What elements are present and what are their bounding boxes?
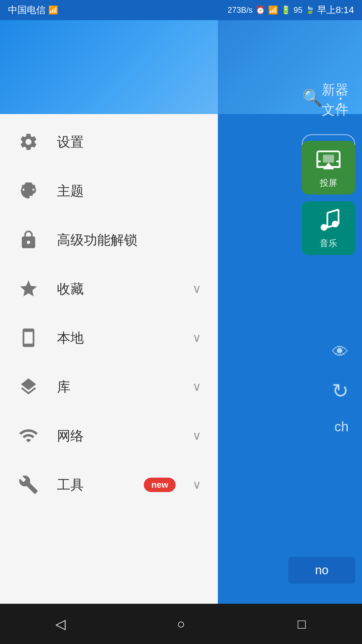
bg-blue-button[interactable]: no: [288, 557, 355, 584]
bg-icon-touping[interactable]: 投屏: [302, 141, 355, 195]
network-icon: [17, 424, 40, 447]
menu-item-tools[interactable]: 工具 new ∨: [0, 460, 218, 509]
carrier-name: 中国电信: [8, 4, 46, 16]
search-icon[interactable]: 🔍: [302, 89, 322, 107]
local-label: 本地: [57, 329, 176, 347]
navigation-bar: ◁ ○ □: [0, 604, 362, 644]
menu-item-theme[interactable]: 主题: [0, 166, 218, 215]
favorites-label: 收藏: [57, 280, 176, 298]
menu-item-network[interactable]: 网络 ∨: [0, 411, 218, 460]
time-display: 早上8:14: [317, 4, 354, 16]
eye-icon[interactable]: 👁: [332, 342, 349, 362]
status-left: 中国电信 📶: [8, 4, 58, 16]
phone-icon: [17, 326, 40, 350]
bg-icon-music[interactable]: 音乐: [302, 201, 355, 255]
tools-chevron: ∨: [192, 478, 201, 492]
drawer-menu-list: 设置 主题 高级功能解锁: [0, 114, 218, 644]
battery-icon: 🔋: [281, 5, 291, 15]
favorites-chevron: ∨: [192, 282, 201, 296]
tools-badge: new: [144, 478, 176, 492]
menu-item-unlock[interactable]: 高级功能解锁: [0, 215, 218, 264]
bg-right-label-2: 文件: [322, 101, 349, 119]
svg-rect-2: [323, 155, 334, 162]
menu-item-library[interactable]: 库 ∨: [0, 362, 218, 411]
star-icon: [17, 277, 40, 301]
bg-icon-grid: 投屏 音乐: [302, 141, 355, 255]
layers-icon: [17, 375, 40, 398]
network-label: 网络: [57, 427, 176, 445]
library-label: 库: [57, 378, 176, 396]
lock-icon: [17, 228, 40, 252]
drawer-header: [0, 20, 218, 114]
refresh-icon[interactable]: ↻: [332, 379, 349, 402]
wrench-icon: [17, 473, 40, 496]
menu-item-favorites[interactable]: 收藏 ∨: [0, 264, 218, 313]
settings-label: 设置: [57, 133, 201, 151]
local-chevron: ∨: [192, 331, 201, 345]
status-bar: 中国电信 📶 273B/s ⏰ 📶 🔋 95 🍃 早上8:14: [0, 0, 362, 20]
leaf-icon: 🍃: [305, 6, 314, 14]
drawer-menu: 设置 主题 高级功能解锁: [0, 20, 218, 644]
signal-icon: 📶: [48, 5, 58, 15]
tools-label: 工具: [57, 476, 122, 494]
unlock-label: 高级功能解锁: [57, 231, 201, 249]
theme-label: 主题: [57, 182, 201, 200]
svg-line-8: [327, 209, 339, 213]
menu-item-settings[interactable]: 设置: [0, 117, 218, 166]
speed-indicator: 273B/s: [228, 5, 253, 15]
battery-level: 95: [294, 5, 303, 15]
bg-right-label-1: 新器: [322, 80, 349, 99]
svg-point-3: [321, 224, 327, 231]
network-chevron: ∨: [192, 429, 201, 443]
touping-label: 投屏: [320, 177, 337, 189]
menu-item-local[interactable]: 本地 ∨: [0, 313, 218, 362]
bg-text-ch: ch: [335, 419, 349, 434]
recent-button[interactable]: □: [288, 610, 315, 637]
back-button[interactable]: ◁: [47, 610, 74, 637]
svg-marker-1: [323, 162, 334, 169]
theme-icon: [17, 179, 40, 203]
home-button[interactable]: ○: [168, 610, 194, 637]
wifi-icon: 📶: [268, 5, 278, 15]
library-chevron: ∨: [192, 380, 201, 394]
music-label: 音乐: [320, 237, 337, 249]
alarm-icon: ⏰: [255, 5, 265, 15]
settings-icon: [17, 130, 40, 154]
status-right: 273B/s ⏰ 📶 🔋 95 🍃 早上8:14: [228, 4, 354, 16]
